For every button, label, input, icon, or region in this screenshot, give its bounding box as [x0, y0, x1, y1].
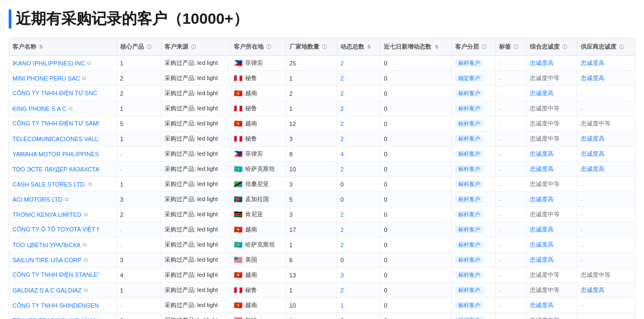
segment-tag: 标杆客户: [455, 90, 483, 97]
country-flag: 🇻🇳: [234, 271, 242, 279]
customer-name-text[interactable]: CÔNG TY TNHH SHINDENGEN ...: [12, 302, 99, 309]
col-source[interactable]: 客户来源 ⓘ: [161, 38, 231, 56]
country-flag: 🇺🇸: [234, 256, 242, 264]
customer-name-text[interactable]: GALDIAZ S A C GALDIAZ: [12, 287, 82, 294]
country-name: 秘鲁: [245, 104, 257, 112]
cell-tag: -: [496, 131, 526, 147]
supplier-loyalty-value: 忠诚度中等: [581, 120, 610, 127]
copy-icon[interactable]: ⧉: [69, 105, 73, 112]
loyalty-value: 忠诚度中等: [530, 317, 560, 319]
col-loyalty[interactable]: 综合忠诚度 ⓘ: [526, 38, 577, 56]
cell-loyalty: 忠诚度中等: [526, 207, 577, 222]
cell-dynamic-total: 3: [337, 268, 380, 283]
col-supplier-loyalty[interactable]: 供应商忠诚度 ⓘ: [577, 38, 635, 56]
cell-core-product: 1: [116, 177, 161, 192]
copy-icon[interactable]: ⧉: [65, 196, 69, 203]
cell-source: 采购过产品: led light: [161, 298, 231, 313]
cell-location: 🇻🇳 越南: [231, 86, 286, 101]
customer-name-text[interactable]: TRONIC KENYA LIMITED: [12, 211, 82, 218]
country-name: 孟加拉国: [245, 195, 269, 203]
col-name[interactable]: 客户名称 ⇅: [9, 38, 116, 56]
customer-name-text[interactable]: IKANO (PHILIPPINES) INC: [12, 60, 85, 67]
segment-tag: 标杆客户: [455, 181, 483, 188]
customer-name-text[interactable]: ТОО ЭСТЕ ЛАУДЕР КАЗАХСТАН: [12, 166, 99, 172]
cell-supplier-count: 1: [286, 71, 337, 86]
supplier-loyalty-value: 忠诚度高: [581, 165, 604, 172]
cell-location: 🇻🇳 越南: [231, 268, 286, 283]
customer-name-text[interactable]: KING PHONE S A C: [12, 105, 67, 112]
cell-tag: -: [496, 162, 526, 177]
customer-name-text[interactable]: SAILUN TIRE USA CORP: [12, 257, 82, 263]
customer-name-text[interactable]: CASH SALE STORES LTD.: [12, 181, 86, 188]
cell-supplier-count: 3: [286, 177, 337, 192]
cell-segment: 标杆客户: [451, 313, 496, 320]
table-row: MINI PHONE PERU SAC ⧉ 2 采购过产品: led light…: [9, 71, 635, 86]
cell-core-product: 2: [116, 71, 161, 86]
cell-name: GALDIAZ S A C GALDIAZ ⧉: [9, 283, 116, 298]
customer-name-text[interactable]: YAMAHA MOTOR PHILIPPINES I...: [12, 151, 99, 157]
copy-icon[interactable]: ⧉: [82, 75, 86, 82]
copy-icon[interactable]: ⧉: [84, 211, 88, 218]
segment-tag: 标杆客户: [455, 211, 483, 218]
info-icon-tag: ⓘ: [514, 44, 518, 50]
customer-name-text[interactable]: MINI PHONE PERU SAC: [12, 75, 80, 82]
cell-location: 🇰🇿 哈萨克斯坦: [231, 237, 286, 252]
cell-core-product: -: [116, 162, 161, 177]
copy-icon[interactable]: ⧉: [88, 181, 92, 188]
segment-tag: 标杆客户: [455, 241, 483, 248]
cell-source: 采购过产品: led light: [161, 147, 231, 162]
cell-segment: 标杆客户: [451, 101, 496, 116]
cell-segment: 标杆客户: [451, 237, 496, 252]
table-row: TRONIC KENYA LIMITED ⧉ 2 采购过产品: led ligh…: [9, 207, 635, 222]
col-dynamic-total[interactable]: 动态总数 ⇅: [337, 38, 380, 56]
cell-supplier-count: 3: [286, 131, 337, 147]
cell-supplier-count: 8: [286, 147, 337, 162]
cell-source: 采购过产品: led light: [161, 222, 231, 237]
loyalty-value: 忠诚度中等: [530, 211, 560, 217]
customer-name-text[interactable]: TELECOMUNICACIONES VALLE ...: [12, 136, 99, 142]
country-flag: 🇻🇳: [234, 89, 242, 97]
cell-seven-day: 0: [380, 192, 451, 207]
cell-location: 🇵🇪 秘鲁: [231, 71, 286, 86]
table-row: IKANO (PHILIPPINES) INC ⧉ 1 采购过产品: led l…: [9, 56, 635, 71]
cell-seven-day: 0: [380, 313, 451, 320]
cell-source: 采购过产品: led light: [161, 207, 231, 222]
col-segment[interactable]: 客户分层 ⓘ: [451, 38, 496, 56]
customer-name-text[interactable]: ТОО ЦВЕТЫ УРАЛЬСКА: [12, 242, 81, 248]
cell-segment: 标杆客户: [451, 207, 496, 222]
copy-icon[interactable]: ⧉: [83, 242, 87, 248]
copy-icon[interactable]: ⧉: [84, 257, 88, 263]
customer-name-text[interactable]: ACI MOTORS LTD: [12, 196, 63, 203]
cell-tag: -: [496, 71, 526, 86]
col-location[interactable]: 客户所在地 ⓘ: [231, 38, 286, 56]
col-seven-day[interactable]: 近七日新增动态数 ⇅: [380, 38, 451, 56]
cell-location: 🇻🇳 越南: [231, 222, 286, 237]
cell-supplier-loyalty: -: [577, 298, 635, 313]
customer-name-text[interactable]: TEK LED TRADING AND MANUF...: [12, 317, 99, 320]
customer-name-text[interactable]: CÔNG TY Ô TÔ TOYOTA VIỆT N...: [12, 226, 99, 233]
cell-core-product: 1: [116, 56, 161, 71]
cell-source: 采购过产品: led light: [161, 313, 231, 320]
customer-name-text[interactable]: CÔNG TY TNHH ĐIỆN STANLEY...: [12, 271, 99, 278]
country-flag: 🇵🇪: [234, 286, 242, 294]
col-supplier-count[interactable]: 厂家地数量 ⓘ: [286, 38, 337, 56]
loyalty-value: 忠诚度中等: [530, 105, 560, 111]
cell-supplier-count: 1: [286, 101, 337, 116]
customer-name-text[interactable]: CÔNG TY TNHH ĐIỆN TỬ SNC ...: [12, 90, 99, 97]
cell-name: TEK LED TRADING AND MANUF... ⧉: [9, 313, 116, 320]
info-icon-source: ⓘ: [191, 44, 196, 50]
cell-dynamic-total: 2: [337, 86, 380, 101]
col-tag[interactable]: 标签 ⓘ: [496, 38, 526, 56]
cell-tag: -: [496, 268, 526, 283]
cell-segment: 标杆客户: [451, 147, 496, 162]
copy-icon[interactable]: ⧉: [87, 60, 91, 67]
loyalty-value: 忠诚度高: [530, 150, 554, 157]
copy-icon[interactable]: ⧉: [84, 287, 88, 294]
cell-name: CÔNG TY TNHH ĐIỆN TỬ SAMS... ⧉: [9, 116, 116, 131]
cell-supplier-count: 25: [286, 56, 337, 71]
customer-name-text[interactable]: CÔNG TY TNHH ĐIỆN TỬ SAMS...: [12, 120, 99, 127]
cell-seven-day: 0: [380, 283, 451, 298]
cell-dynamic-total: 0: [337, 313, 380, 320]
table-row: CÔNG TY TNHH SHINDENGEN ... ⧉ - 采购过产品: l…: [9, 298, 635, 313]
col-core-product[interactable]: 核心产品 ⓘ: [116, 38, 161, 56]
